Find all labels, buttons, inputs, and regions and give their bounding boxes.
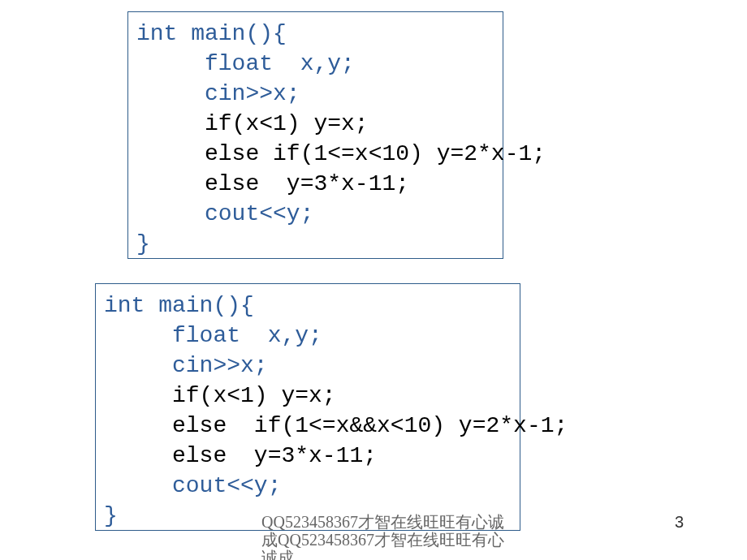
code-line: else y=3*x-11; — [128, 169, 503, 199]
code-line: float x,y; — [96, 321, 520, 351]
code-line: cout<<y; — [128, 199, 503, 229]
code-line: cout<<y; — [96, 471, 520, 501]
code-example-1: int main(){ float x,y; cin>>x; if(x<1) y… — [127, 11, 503, 259]
code-example-2: int main(){ float x,y; cin>>x; if(x<1) y… — [95, 283, 520, 531]
code-line: if(x<1) y=x; — [128, 109, 503, 139]
code-line: int main(){ — [96, 284, 520, 321]
code-line: cin>>x; — [96, 351, 520, 381]
code-line: } — [128, 229, 503, 259]
code-line: cin>>x; — [128, 79, 503, 109]
code-line: float x,y; — [128, 49, 503, 79]
code-line: int main(){ — [128, 12, 503, 49]
code-line: else if(1<=x<10) y=2*x-1; — [128, 139, 503, 169]
page-number: 3 — [675, 513, 684, 532]
code-line: else if(1<=x&&x<10) y=2*x-1; — [96, 411, 520, 441]
footer-watermark: QQ523458367才智在线旺旺有心诚成QQ523458367才智在线旺旺有心… — [261, 513, 505, 560]
code-line: if(x<1) y=x; — [96, 381, 520, 411]
code-line: else y=3*x-11; — [96, 441, 520, 471]
